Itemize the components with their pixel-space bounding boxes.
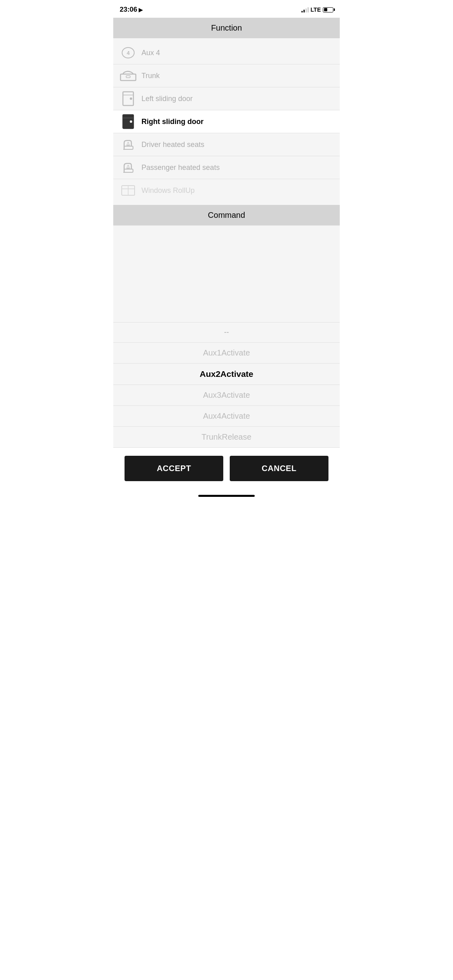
function-label-left-sliding-door: Left sliding door <box>141 95 193 103</box>
function-label-driver-heated-seats: Driver heated seats <box>141 141 204 149</box>
picker-label-aux1activate: Aux1Activate <box>203 348 250 357</box>
picker-item-trunkrelease[interactable]: TrunkRelease <box>113 427 340 448</box>
function-item-windows-rollup[interactable]: Windows RollUp <box>113 179 340 202</box>
svg-rect-0 <box>121 74 136 81</box>
status-right: LTE <box>301 6 333 13</box>
function-item-trunk[interactable]: Trunk <box>113 64 340 87</box>
signal-bars <box>301 7 309 12</box>
function-label-passenger-heated-seats: Passenger heated seats <box>141 163 220 172</box>
picker-item-aux2activate[interactable]: Aux2Activate <box>113 364 340 385</box>
signal-bar-3 <box>305 8 307 12</box>
function-list: 4 Aux 4 Trunk Left sliding door <box>113 38 340 205</box>
status-bar: 23:06 ▶ LTE <box>113 0 340 18</box>
picker-label-aux2activate: Aux2Activate <box>199 369 253 378</box>
function-header: Function <box>113 18 340 38</box>
home-indicator <box>113 491 340 503</box>
signal-bar-1 <box>301 11 303 12</box>
battery-icon <box>323 7 333 12</box>
function-label-trunk: Trunk <box>141 72 160 80</box>
picker-item-placeholder[interactable]: -- <box>113 322 340 343</box>
function-item-left-sliding-door[interactable]: Left sliding door <box>113 87 340 110</box>
window-icon <box>120 183 137 198</box>
command-picker[interactable]: -- Aux1Activate Aux2Activate Aux3Activat… <box>113 225 340 448</box>
function-item-aux4[interactable]: 4 Aux 4 <box>113 41 340 64</box>
status-time: 23:06 ▶ <box>120 6 143 14</box>
picker-label-placeholder: -- <box>224 328 229 336</box>
passenger-seat-icon <box>120 160 137 175</box>
picker-item-aux1activate[interactable]: Aux1Activate <box>113 343 340 364</box>
accept-button[interactable]: ACCEPT <box>125 456 223 481</box>
buttons-row: ACCEPT CANCEL <box>113 448 340 491</box>
picker-item-aux3activate[interactable]: Aux3Activate <box>113 385 340 406</box>
cancel-button[interactable]: CANCEL <box>230 456 328 481</box>
function-item-right-sliding-door[interactable]: Right sliding door <box>113 110 340 133</box>
function-item-driver-heated-seats[interactable]: Driver heated seats <box>113 133 340 156</box>
command-header: Command <box>113 205 340 225</box>
picker-container[interactable]: -- Aux1Activate Aux2Activate Aux3Activat… <box>113 322 340 448</box>
home-bar <box>198 495 255 497</box>
function-header-label: Function <box>211 23 242 32</box>
picker-label-trunkrelease: TrunkRelease <box>202 432 251 441</box>
picker-label-aux4activate: Aux4Activate <box>203 411 250 420</box>
function-label-windows-rollup: Windows RollUp <box>141 186 195 195</box>
driver-seat-icon <box>120 137 137 152</box>
door-right-icon <box>120 114 137 129</box>
network-type: LTE <box>311 6 321 13</box>
command-header-label: Command <box>208 211 245 219</box>
door-left-icon <box>120 91 137 106</box>
function-item-passenger-heated-seats[interactable]: Passenger heated seats <box>113 156 340 179</box>
picker-label-aux3activate: Aux3Activate <box>203 391 250 399</box>
svg-point-6 <box>130 120 132 123</box>
function-label-aux4: Aux 4 <box>141 49 160 57</box>
svg-rect-1 <box>126 76 130 78</box>
location-icon: ▶ <box>139 7 143 13</box>
svg-point-3 <box>130 97 132 100</box>
picker-item-aux4activate[interactable]: Aux4Activate <box>113 406 340 427</box>
aux4-icon: 4 <box>120 45 137 60</box>
signal-bar-2 <box>303 10 305 12</box>
function-label-right-sliding-door: Right sliding door <box>141 118 204 126</box>
time-display: 23:06 <box>120 6 137 14</box>
signal-bar-4 <box>308 7 309 12</box>
picker-list: -- Aux1Activate Aux2Activate Aux3Activat… <box>113 322 340 448</box>
trunk-icon <box>120 68 137 83</box>
battery-fill <box>324 8 327 11</box>
